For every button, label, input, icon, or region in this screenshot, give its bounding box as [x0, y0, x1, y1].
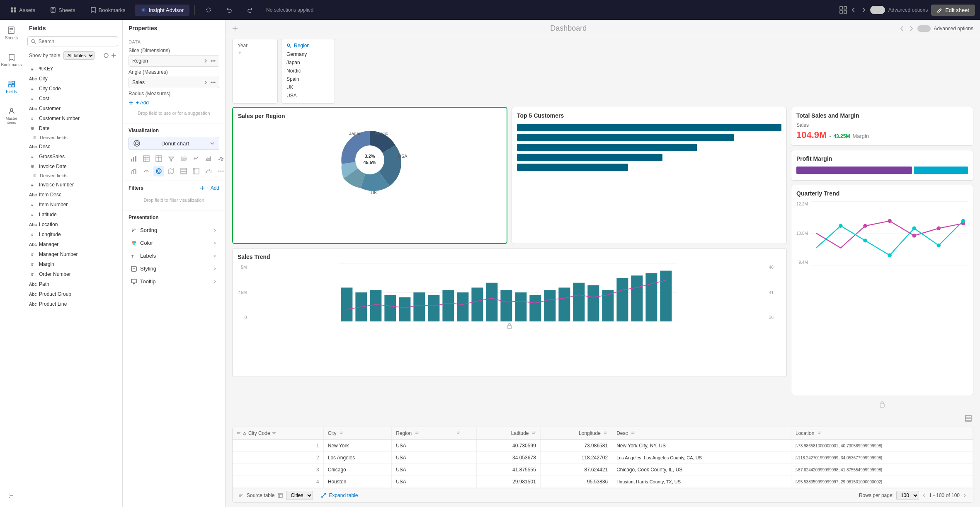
redo-button[interactable]	[241, 5, 259, 15]
year-select[interactable]: ▼	[238, 50, 272, 55]
viz-map-icon[interactable]	[166, 166, 177, 176]
bar-chart[interactable]	[517, 122, 781, 171]
col-sort-icon[interactable]	[272, 431, 276, 435]
table-row[interactable]: 3 Chicago USA 41.875555 -87.624421 Chica…	[233, 464, 973, 476]
col-city[interactable]: City	[323, 427, 391, 440]
field-order-number[interactable]: # Order Number	[23, 269, 122, 279]
expand-table-button[interactable]: Expand table	[321, 493, 358, 498]
tab-sheets[interactable]: Sheets	[44, 5, 81, 16]
viz-area-icon[interactable]	[203, 153, 214, 164]
source-table-select[interactable]: Cities	[286, 491, 313, 500]
viz-table-icon[interactable]	[141, 153, 152, 164]
back-icon[interactable]	[850, 7, 857, 13]
year-filter-card[interactable]: Year ▼	[232, 39, 278, 104]
field-manager-number[interactable]: # Manager Number	[23, 249, 122, 259]
col-city-code[interactable]: City Code	[233, 427, 323, 440]
field-customer[interactable]: Abc Customer	[23, 104, 122, 113]
field-invoice-number[interactable]: # Invoice Number	[23, 180, 122, 190]
toggle-switch[interactable]	[870, 6, 885, 14]
table-row[interactable]: 4 Houston USA 29.981501 -95.53836 Housto…	[233, 476, 973, 488]
viz-scatter-icon[interactable]	[216, 153, 226, 164]
region-filter-card[interactable]: Region Germany Japan Nordic Spain UK USA	[281, 39, 335, 104]
advanced-options-text[interactable]: Advanced options	[934, 26, 973, 31]
prev-icon[interactable]	[899, 26, 905, 31]
angle-measure-row[interactable]: Sales	[129, 77, 219, 88]
field-cost[interactable]: # Cost	[23, 94, 122, 104]
region-germany[interactable]: Germany	[286, 50, 330, 58]
nav-master-items[interactable]: Master items	[0, 105, 23, 127]
viz-collapse-icon[interactable]	[210, 141, 215, 146]
col-menu-icon[interactable]	[237, 431, 241, 435]
field-city[interactable]: Abc City	[23, 74, 122, 84]
nav-collapse[interactable]	[5, 490, 18, 502]
viz-pivot2-icon[interactable]	[191, 166, 201, 176]
viz-more-icon[interactable]	[216, 166, 226, 176]
field-percent-key[interactable]: # %KEY	[23, 64, 122, 74]
donut-chart[interactable]: 3.2% 45.5% Nordic Japan USA UK	[238, 123, 502, 197]
viz-bar-icon[interactable]	[129, 153, 139, 164]
field-invoice-date[interactable]: ⊞ Invoice Date	[23, 162, 122, 171]
viz-kpi-icon[interactable]: KPI	[178, 153, 189, 164]
table-row[interactable]: 1 New York USA 40.730599 -73.986581 New …	[233, 440, 973, 452]
field-city-code[interactable]: # City Code	[23, 84, 122, 94]
quarterly-chart[interactable]: 12.2M 10.8M 9.4M	[796, 200, 968, 266]
table-view-icon[interactable]	[965, 415, 972, 422]
field-location[interactable]: Abc Location	[23, 220, 122, 229]
fields-search-box[interactable]	[27, 36, 118, 46]
add-dashboard-icon[interactable]	[232, 26, 238, 31]
nav-fields[interactable]: Fields	[3, 78, 19, 97]
col-location[interactable]: Location	[791, 427, 973, 440]
grid-icon[interactable]	[839, 6, 847, 14]
col-latitude[interactable]: Latitude	[476, 427, 540, 440]
pres-labels[interactable]: T Labels	[129, 249, 219, 262]
lasso-tool[interactable]	[200, 5, 217, 15]
table-select[interactable]: All tables	[63, 51, 95, 60]
viz-gauge-icon[interactable]	[141, 166, 152, 176]
field-item-number[interactable]: # Item Number	[23, 200, 122, 210]
search-input[interactable]	[39, 39, 114, 44]
field-date[interactable]: ⊞ Date	[23, 123, 122, 133]
col-loc-menu[interactable]	[817, 431, 822, 435]
slice-dimension-row[interactable]: Region	[129, 55, 219, 67]
next-icon[interactable]	[908, 26, 914, 31]
region-spain[interactable]: Spain	[286, 75, 330, 83]
viz-donut-icon[interactable]	[153, 166, 164, 176]
forward-icon[interactable]	[860, 7, 867, 13]
add-field-icon[interactable]	[111, 53, 116, 58]
col-desc[interactable]: Desc	[612, 427, 791, 440]
col-empty-menu[interactable]	[456, 431, 461, 435]
nav-sheets[interactable]: Sheets	[2, 24, 20, 43]
table-view-icon-area[interactable]	[791, 413, 973, 423]
col-region[interactable]: Region	[392, 427, 452, 440]
undo-button[interactable]	[221, 5, 238, 15]
field-margin[interactable]: # Margin	[23, 259, 122, 269]
tab-assets[interactable]: Assets	[5, 5, 41, 16]
nav-bookmarks[interactable]: Bookmarks	[0, 51, 24, 70]
tab-insight-advisor[interactable]: Insight Advisor	[135, 5, 190, 16]
more-icon[interactable]	[211, 58, 216, 63]
field-derived-invoice[interactable]: ⊞ Derived fields	[23, 171, 122, 180]
col-lat-menu[interactable]	[532, 431, 536, 435]
pres-styling[interactable]: Styling	[129, 262, 219, 275]
col-region-menu[interactable]	[415, 431, 419, 435]
viz-table2-icon[interactable]	[178, 166, 189, 176]
field-longitude[interactable]: # Longitude	[23, 229, 122, 239]
menu-icon[interactable]	[238, 493, 243, 498]
viz-waterfall-icon[interactable]	[203, 166, 214, 176]
field-manager[interactable]: Abc Manager	[23, 239, 122, 249]
region-uk[interactable]: UK	[286, 83, 330, 92]
tab-bookmarks[interactable]: Bookmarks	[85, 5, 131, 16]
table-scroll-area[interactable]: City Code City Region	[233, 427, 973, 488]
region-usa[interactable]: USA	[286, 92, 330, 100]
col-city-menu[interactable]	[340, 431, 344, 435]
field-derived-date[interactable]: ⊞ Derived fields	[23, 133, 122, 142]
add-radius-button[interactable]: + Add	[129, 98, 219, 107]
col-longitude[interactable]: Longitude	[540, 427, 612, 440]
field-path[interactable]: Abc Path	[23, 279, 122, 289]
sort-asc-icon[interactable]	[243, 431, 247, 435]
viz-pivot-icon[interactable]	[153, 153, 164, 164]
field-desc[interactable]: Abc Desc	[23, 142, 122, 152]
col-lon-menu[interactable]	[604, 431, 608, 435]
field-latitude[interactable]: # Latitude	[23, 210, 122, 220]
viz-combo-icon[interactable]	[129, 166, 139, 176]
